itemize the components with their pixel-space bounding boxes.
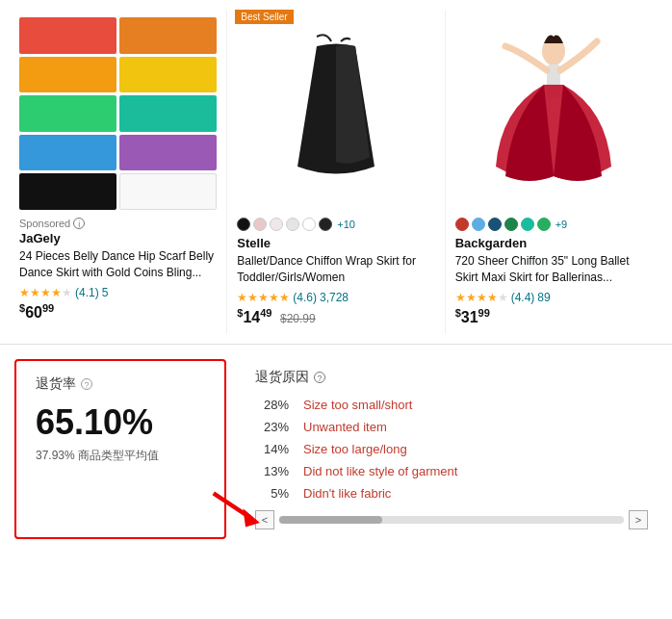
price-1: $6099 xyxy=(19,302,217,322)
product-title-1: 24 Pieces Belly Dance Hip Scarf Belly Da… xyxy=(19,248,217,281)
return-rate-value: 65.10% xyxy=(36,402,205,443)
product-title-2: Ballet/Dance Chiffon Wrap Skirt for Todd… xyxy=(237,253,434,286)
more-colors-3: +9 xyxy=(556,219,568,230)
return-rate-title: 退货率 ? xyxy=(36,375,205,393)
color-swatches-3: +9 xyxy=(455,218,653,231)
reasons-title: 退货原因 ? xyxy=(255,369,648,386)
reason-label-4: Didn't like fabric xyxy=(303,486,391,501)
scroll-controls: < > xyxy=(255,510,648,529)
product-grid: Sponsored i JaGely 24 Pieces Belly Dance… xyxy=(0,0,672,345)
reason-pct-0: 28% xyxy=(255,398,289,412)
rating-1: (4.1) xyxy=(75,286,99,299)
reason-pct-1: 23% xyxy=(255,420,289,434)
stars-3: ★ ★ ★ ★ ★ (4.4) 89 xyxy=(455,291,653,304)
product-card-1: Sponsored i JaGely 24 Pieces Belly Dance… xyxy=(10,10,227,334)
reason-pct-2: 14% xyxy=(255,442,289,456)
product-image-1[interactable] xyxy=(19,17,217,210)
sponsored-label-1: Sponsored i xyxy=(19,218,217,229)
average-value: 37.93% 商品类型平均值 xyxy=(36,448,205,464)
product-card-3: +9 Backgarden 720 Sheer Chiffon 35" Long… xyxy=(446,10,662,334)
rating-2: (4.6) xyxy=(293,291,317,304)
product-title-3: 720 Sheer Chiffon 35" Long Ballet Skirt … xyxy=(455,253,653,286)
analytics-section: 退货率 ? 65.10% 37.93% 商品类型平均值 退货原因 ? 28% S… xyxy=(0,345,672,554)
reason-pct-3: 13% xyxy=(255,464,289,478)
more-colors-2: +10 xyxy=(337,219,355,230)
rating-3: (4.4) xyxy=(511,291,535,304)
reason-label-3: Did not like style of garment xyxy=(303,464,457,478)
reason-row-3: 13% Did not like style of garment xyxy=(255,464,648,478)
brand-1: JaGely xyxy=(19,231,217,245)
reason-row-4: 5% Didn't like fabric xyxy=(255,486,648,501)
reason-row-2: 14% Size too large/long xyxy=(255,442,648,456)
scroll-thumb xyxy=(279,516,382,524)
return-rate-box: 退货率 ? 65.10% 37.93% 商品类型平均值 xyxy=(14,359,226,539)
review-1: 5 xyxy=(102,286,109,299)
stars-2: ★ ★ ★ ★ ★ (4.6) 3,728 xyxy=(237,291,434,304)
price-3: $3199 xyxy=(455,307,653,326)
reason-label-2: Size too large/long xyxy=(303,442,407,456)
product-image-3[interactable] xyxy=(455,17,653,210)
reason-label-0: Size too small/short xyxy=(303,398,412,412)
product-image-2[interactable] xyxy=(237,17,434,210)
color-swatches-2: +10 xyxy=(237,218,434,231)
best-seller-badge: Best Seller xyxy=(235,10,293,24)
brand-2: Stelle xyxy=(237,236,434,250)
brand-3: Backgarden xyxy=(455,236,653,250)
red-arrow-icon xyxy=(205,484,272,528)
reason-row-1: 23% Unwanted item xyxy=(255,420,648,434)
reason-row-0: 28% Size too small/short xyxy=(255,398,648,412)
stars-1: ★ ★ ★ ★ ★ (4.1) 5 xyxy=(19,286,217,299)
return-reasons-box: 退货原因 ? 28% Size too small/short 23% Unwa… xyxy=(246,359,658,539)
reasons-info-icon[interactable]: ? xyxy=(314,372,325,383)
svg-marker-3 xyxy=(243,508,260,527)
sponsored-info-icon[interactable]: i xyxy=(73,218,85,229)
product-card-2: Best Seller +10 Stelle Ballet/Dance Chif xyxy=(227,10,445,334)
scroll-bar[interactable] xyxy=(279,516,624,524)
price-2: $1449 $20.99 xyxy=(237,307,434,326)
review-2: 3,728 xyxy=(320,291,349,304)
original-price-2: $20.99 xyxy=(280,312,316,325)
review-3: 89 xyxy=(537,291,550,304)
scroll-right-button[interactable]: > xyxy=(629,510,648,529)
return-rate-info-icon[interactable]: ? xyxy=(81,378,92,390)
reason-label-1: Unwanted item xyxy=(303,420,387,434)
